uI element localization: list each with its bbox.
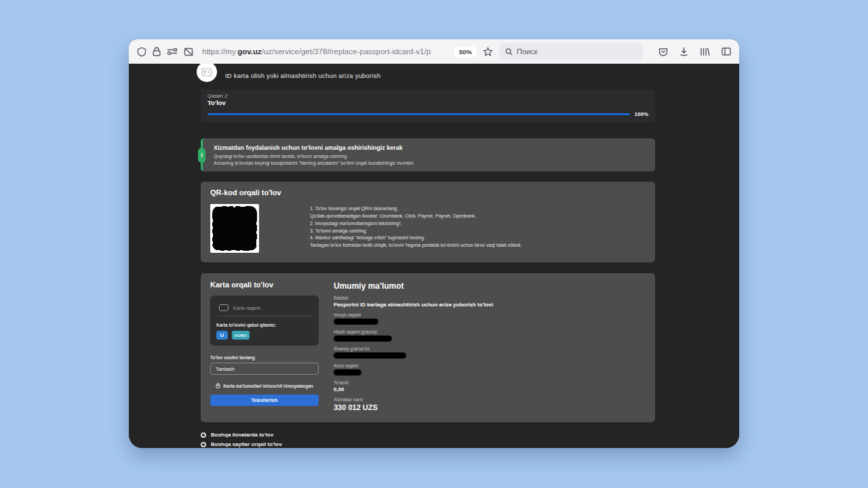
paid-label: To'landi [334,380,646,385]
qr-instruction-line: 2. Invoysdagi ma'lumotlaringizni tekshir… [310,220,521,228]
price-label: Xizmatlar narxi [334,397,646,402]
progress-panel: Qadam 2: To'lov 100% [201,89,655,123]
browser-toolbar: https://my.gov.uz/uz/service/get/378#rep… [129,39,739,64]
permissions-toggles-icon[interactable] [167,47,178,56]
lock-small-icon [216,383,220,388]
page-zoom-indicator[interactable]: 50% [454,47,477,57]
library-icon[interactable] [700,47,710,56]
field-label: Hisob raqami (g'azna): [334,329,646,334]
qr-instruction-line: 4. Mazkur sahifadagi "Arizaga o'tish" tu… [310,235,521,242]
card-number-placeholder: Karta raqami [233,306,260,310]
detail-label: Batafsil [334,296,646,300]
redacted-value [334,352,406,359]
price-value: 330 012 UZS [334,403,646,411]
shield-icon[interactable] [137,47,146,57]
downloads-icon[interactable] [679,47,688,56]
url-bar[interactable]: https://my.gov.uz/uz/service/get/378#rep… [202,47,448,56]
field-label: Shaxsiy g'azna h/r [334,346,646,351]
summary-title: Umumiy ma'lumot [334,281,646,291]
bookmark-star-icon[interactable] [483,47,493,57]
progress-percent: 100% [635,111,648,117]
sidebar-toggle-icon[interactable] [722,47,731,56]
qr-instruction-line: 3. To'lovni amalga oshiring; [310,228,521,235]
qr-instructions: 1. To'lov ilovangiz orqali QRni skanerla… [310,204,521,253]
notice-line: Arizaning to'lovdan keyingi bosqichlarin… [214,161,646,165]
step-label: Qadam 2: [208,94,648,98]
verify-button[interactable]: Tekshirish [210,394,319,406]
payment-method-label: To'lov usulini tanlang [210,355,319,360]
humo-badge: HUMO [232,331,250,340]
redacted-value [334,336,392,342]
radio-icon[interactable] [201,432,206,438]
browser-window: https://my.gov.uz/uz/service/get/378#rep… [129,39,739,448]
paid-value: 0,00 [334,386,646,392]
service-header: ID karta olish yoki almashtirish uchun a… [129,64,739,85]
qr-instruction-line: Tanlagan to'lov tizimidan kelib chiqib, … [310,242,521,249]
search-icon [505,48,513,56]
progress-bar [208,113,630,115]
notice-title: Xizmatdan foydalanish uchun to'lovni ama… [214,144,646,151]
id-card-icon [197,64,217,82]
card-number-input[interactable]: Karta raqami [216,301,313,317]
search-input[interactable]: Поиск [499,43,643,60]
alert-icon: ! [198,148,205,163]
option-other-apps[interactable]: Boshqa ilovalarda to'lov [201,432,655,438]
search-placeholder: Поиск [517,47,537,56]
redacted-value [334,319,378,325]
step-name: To'lov [208,99,648,106]
progress-bar-fill [208,113,630,115]
blocked-content-icon[interactable] [184,47,193,56]
page-title: ID karta olish yoki almashtirish uchun a… [225,72,380,79]
qr-payment-section: QR-kod orqali to'lov [201,182,655,262]
card-section-title: Karta orqali to'lov [210,281,319,289]
payment-notice: ! Xizmatdan foydalanish uchun to'lovni a… [201,138,655,171]
card-payment-section: Karta orqali to'lov Karta raqami Karta t… [201,273,655,422]
qr-section-title: QR-kod orqali to'lov [210,188,646,197]
secure-note: Karta ma'lumotlari ishonchli himoyalanga… [210,383,319,388]
option-other-sites[interactable]: Boshqa saytlar orqali to'lov [201,441,655,447]
accepted-cards-label: Karta to'lovini qabul qilamiz: [216,323,313,327]
detail-value: Pasportni ID kartaga almashtirish uchun … [334,302,646,308]
other-payment-options: Boshqa ilovalarda to'lov Boshqa saytlar … [201,432,655,448]
pocket-icon[interactable] [658,47,668,56]
summary-column: Umumiy ma'lumot Batafsil Pasportni ID ka… [334,281,646,411]
qr-instruction-line: 1. To'lov ilovangiz orqali QRni skanerla… [310,205,521,213]
qr-code-image [210,204,259,253]
url-text: https://my.gov.uz/uz/service/get/378#rep… [202,47,431,56]
uzcard-badge: U [216,331,228,340]
qr-redaction [212,206,257,251]
payment-method-select[interactable]: Tanlash [210,363,319,375]
credit-card-icon [219,304,229,311]
lock-icon[interactable] [153,47,161,56]
radio-icon[interactable] [201,442,206,447]
field-label: Invoys raqami [334,312,646,317]
page-content: ID karta olish yoki almashtirish uchun a… [129,64,739,448]
notice-line: Quyidagi to'lov usullaridan birini tanla… [214,154,646,159]
field-label: Ariza raqami [334,363,646,368]
card-entry-box: Karta raqami Karta to'lovini qabul qilam… [210,296,319,346]
qr-instruction-line: Qo'llab-quvvatlanadigan ilovalar: Uzumba… [310,213,521,220]
redacted-value [334,369,361,375]
